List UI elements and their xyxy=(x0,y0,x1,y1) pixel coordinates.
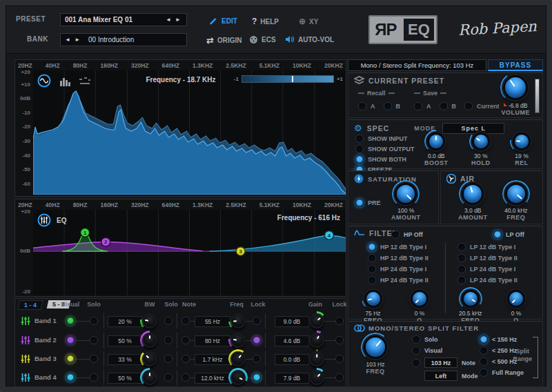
band1-gain-value[interactable]: 9.0 dB xyxy=(275,316,309,327)
band3-note-radio[interactable] xyxy=(181,355,190,363)
tab-bands-1-4[interactable]: 1 - 4 xyxy=(18,300,43,310)
band2-bw-knob[interactable] xyxy=(142,333,157,348)
band3-visual-radio[interactable] xyxy=(66,355,75,363)
lp-q-knob[interactable] xyxy=(507,290,525,308)
band4-visual-radio[interactable] xyxy=(66,373,75,382)
rel-knob[interactable] xyxy=(513,133,531,150)
eq-graph[interactable]: 1 2 3 4 xyxy=(33,210,346,295)
band4-gain-lock-radio[interactable] xyxy=(335,373,344,382)
lp-12db-type2-radio[interactable] xyxy=(457,254,466,262)
edit-button[interactable]: EDIT xyxy=(209,17,237,26)
eq-display-panel[interactable]: 20HZ40HZ80HZ160HZ320HZ640HZ1.3KHZ2.5KHZ5… xyxy=(14,199,346,297)
band2-freq-lock-radio[interactable] xyxy=(253,336,261,344)
band4-note-radio[interactable] xyxy=(181,373,190,382)
recall-b-radio[interactable] xyxy=(384,102,392,110)
save-b-radio[interactable] xyxy=(440,102,448,110)
band4-bw-value[interactable]: 50 % xyxy=(108,373,142,384)
band1-gain-lock-radio[interactable] xyxy=(335,317,344,325)
band1-freq-lock-radio[interactable] xyxy=(253,317,261,325)
bypass-button[interactable]: BYPASS xyxy=(488,59,543,71)
range-150hz-radio[interactable] xyxy=(480,335,488,344)
band3-freq-lock-radio[interactable] xyxy=(253,355,261,363)
hp-q-knob[interactable] xyxy=(411,290,428,308)
bank-prev-next-arrows[interactable]: ◄ ► xyxy=(65,37,81,43)
band1-freq-knob[interactable] xyxy=(230,313,246,329)
band1-bw-knob[interactable] xyxy=(142,313,157,329)
hp-12db-type2-radio[interactable] xyxy=(368,254,376,262)
show-both-radio[interactable] xyxy=(355,155,364,164)
band2-bw-value[interactable]: 50 % xyxy=(108,335,142,346)
split-note-value[interactable]: 103 Hz xyxy=(424,357,457,368)
band1-solo2-radio[interactable] xyxy=(164,317,172,325)
band3-gain-value[interactable]: 0.0 dB xyxy=(275,354,309,365)
band2-solo2-radio[interactable] xyxy=(164,336,172,344)
spectrum-analyzer-panel[interactable]: 20HZ40HZ80HZ160HZ320HZ640HZ1.3KHZ2.5KHZ5… xyxy=(14,59,346,197)
band2-visual-radio[interactable] xyxy=(66,336,75,344)
band4-solo-radio[interactable] xyxy=(90,373,98,382)
volume-knob[interactable] xyxy=(503,75,528,100)
band2-gain-lock-radio[interactable] xyxy=(335,336,344,344)
band3-freq-knob[interactable] xyxy=(230,351,246,366)
band3-gain-knob[interactable] xyxy=(309,351,324,366)
hp-12db-type1-radio[interactable] xyxy=(368,243,376,251)
spectrum-tilt-slider[interactable]: -1 +1 xyxy=(234,75,343,83)
lp-freq-knob[interactable] xyxy=(462,290,480,308)
lp-12db-type1-radio[interactable] xyxy=(457,243,466,251)
pre-radio[interactable] xyxy=(355,199,364,207)
slider-handle[interactable] xyxy=(292,76,293,82)
peak-hold-icon[interactable] xyxy=(79,77,91,86)
split-solo-radio[interactable] xyxy=(412,335,420,344)
band2-freq-knob[interactable] xyxy=(230,333,246,348)
air-amount-knob[interactable] xyxy=(462,183,484,205)
hp-24db-type2-radio[interactable] xyxy=(368,276,376,284)
band4-gain-knob[interactable] xyxy=(309,370,324,385)
band4-gain-value[interactable]: 7.9 dB xyxy=(275,373,309,384)
band1-bw-value[interactable]: 20 % xyxy=(108,316,142,327)
hp-freq-knob[interactable] xyxy=(364,290,382,308)
lp-off-radio[interactable] xyxy=(493,231,502,239)
slider-track[interactable] xyxy=(241,75,334,83)
spectrum-mode-icon[interactable] xyxy=(37,74,51,88)
band3-gain-lock-radio[interactable] xyxy=(335,355,344,363)
hold-knob[interactable] xyxy=(472,133,490,150)
split-note-radio[interactable] xyxy=(412,359,420,367)
band1-solo-radio[interactable] xyxy=(90,317,98,325)
range-500hz-radio[interactable] xyxy=(480,357,488,366)
band4-freq-knob[interactable] xyxy=(230,370,246,385)
band4-bw-knob[interactable] xyxy=(142,370,157,385)
spectrum-graph[interactable] xyxy=(33,70,346,195)
band2-gain-value[interactable]: 4.6 dB xyxy=(275,335,309,346)
current-radio[interactable] xyxy=(464,102,473,110)
band4-solo2-radio[interactable] xyxy=(164,373,172,382)
band3-freq-value[interactable]: 1.7 kHz xyxy=(195,354,230,365)
band1-freq-value[interactable]: 55 Hz xyxy=(195,316,230,327)
saturation-amount-knob[interactable] xyxy=(395,183,417,205)
band2-gain-knob[interactable] xyxy=(309,333,324,348)
band2-freq-value[interactable]: 80 Hz xyxy=(195,335,230,346)
range-250hz-radio[interactable] xyxy=(480,346,488,355)
bars-display-icon[interactable] xyxy=(59,76,70,86)
band3-solo2-radio[interactable] xyxy=(164,355,172,363)
band4-freq-value[interactable]: 12.0 kHz xyxy=(195,373,230,384)
show-input-radio[interactable] xyxy=(355,135,364,143)
xy-button[interactable]: ⊕ XY xyxy=(299,17,318,26)
split-mode-dropdown[interactable]: Left xyxy=(424,371,457,381)
bank-selector[interactable]: ◄ ► 00 Introduction xyxy=(60,33,187,46)
band2-note-radio[interactable] xyxy=(181,336,190,344)
save-a-radio[interactable] xyxy=(414,102,422,110)
boost-knob[interactable] xyxy=(427,133,445,150)
band1-gain-knob[interactable] xyxy=(309,313,324,329)
band1-visual-radio[interactable] xyxy=(66,317,75,325)
range-full-radio[interactable] xyxy=(480,369,488,377)
ecs-button[interactable]: ECS xyxy=(249,35,276,44)
lp-24db-type2-radio[interactable] xyxy=(457,276,466,284)
band3-solo-radio[interactable] xyxy=(90,355,98,363)
band3-bw-value[interactable]: 33 % xyxy=(108,354,142,365)
split-freq-knob[interactable] xyxy=(364,335,387,359)
band4-freq-lock-radio[interactable] xyxy=(253,373,261,382)
show-output-radio[interactable] xyxy=(355,145,364,153)
preset-selector[interactable]: 001 Ana Mixer EQ 01 ◄ ► xyxy=(60,13,187,26)
band2-solo-radio[interactable] xyxy=(90,336,98,344)
help-button[interactable]: ? HELP xyxy=(252,17,279,26)
hp-off-radio[interactable] xyxy=(391,231,400,239)
